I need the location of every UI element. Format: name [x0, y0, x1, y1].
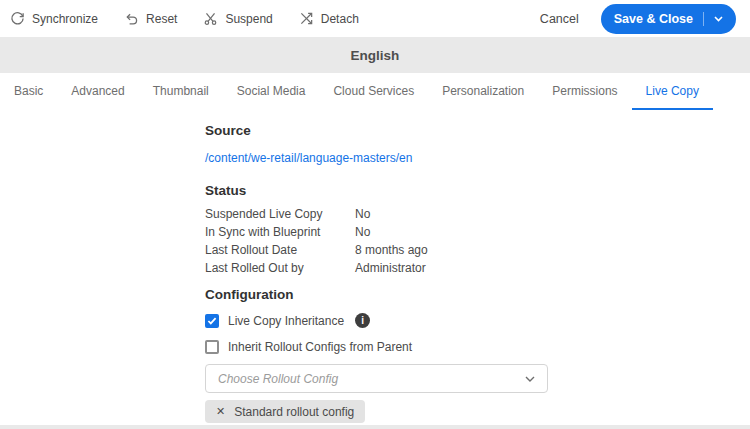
tab-social-media[interactable]: Social Media [223, 73, 320, 110]
synchronize-button[interactable]: Synchronize [10, 11, 98, 26]
chevron-down-icon [525, 376, 535, 382]
suspend-label: Suspend [225, 12, 272, 26]
info-icon[interactable]: i [355, 313, 370, 328]
status-label: Last Rolled Out by [205, 261, 355, 275]
page-header: English [0, 37, 750, 73]
tab-advanced[interactable]: Advanced [57, 73, 138, 110]
page-title: English [351, 48, 400, 63]
live-copy-panel: Source /content/we-retail/language-maste… [0, 110, 750, 423]
chevron-down-icon[interactable] [714, 16, 723, 22]
toolbar-right-group: Cancel Save & Close [540, 4, 736, 34]
source-heading: Source [205, 123, 750, 139]
tab-cloud-services[interactable]: Cloud Services [319, 73, 428, 110]
tab-basic[interactable]: Basic [0, 73, 57, 110]
status-label: Suspended Live Copy [205, 207, 355, 221]
remove-tag-icon[interactable]: ✕ [216, 406, 225, 417]
save-close-label: Save & Close [614, 12, 693, 26]
status-row: Suspended Live Copy No [205, 207, 750, 221]
inherit-rollout-configs-row: Inherit Rollout Configs from Parent [205, 340, 750, 354]
source-path-link[interactable]: /content/we-retail/language-masters/en [205, 151, 750, 165]
detach-label: Detach [321, 12, 359, 26]
bottom-edge-divider [0, 425, 750, 429]
rollout-config-select[interactable]: Choose Rollout Config [205, 364, 548, 393]
live-copy-inheritance-checkbox[interactable] [205, 314, 219, 328]
status-value: Administrator [355, 261, 426, 275]
status-value: No [355, 207, 370, 221]
synchronize-label: Synchronize [32, 12, 98, 26]
reset-label: Reset [146, 12, 177, 26]
cancel-button[interactable]: Cancel [540, 12, 579, 26]
live-copy-inheritance-row: Live Copy Inheritance i [205, 313, 750, 328]
inherit-rollout-configs-checkbox[interactable] [205, 340, 219, 354]
reset-button[interactable]: Reset [124, 11, 177, 26]
rollout-config-placeholder: Choose Rollout Config [218, 372, 338, 386]
tab-thumbnail[interactable]: Thumbnail [139, 73, 223, 110]
rollout-config-tag: ✕ Standard rollout config [205, 400, 365, 423]
status-row: Last Rollout Date 8 months ago [205, 243, 750, 257]
live-copy-inheritance-label: Live Copy Inheritance [228, 314, 344, 328]
tab-live-copy[interactable]: Live Copy [632, 73, 713, 110]
suspend-icon [203, 11, 218, 26]
status-heading: Status [205, 183, 750, 199]
status-label: In Sync with Blueprint [205, 225, 355, 239]
configuration-heading: Configuration [205, 287, 750, 303]
tab-permissions[interactable]: Permissions [538, 73, 631, 110]
status-row: In Sync with Blueprint No [205, 225, 750, 239]
save-close-button[interactable]: Save & Close [601, 4, 736, 34]
tab-bar: Basic Advanced Thumbnail Social Media Cl… [0, 73, 750, 110]
detach-icon [299, 11, 314, 26]
inherit-rollout-configs-label: Inherit Rollout Configs from Parent [228, 340, 412, 354]
save-button-divider [703, 12, 704, 26]
status-label: Last Rollout Date [205, 243, 355, 257]
status-value: No [355, 225, 370, 239]
tab-personalization[interactable]: Personalization [428, 73, 538, 110]
status-row: Last Rolled Out by Administrator [205, 261, 750, 275]
suspend-button[interactable]: Suspend [203, 11, 272, 26]
status-value: 8 months ago [355, 243, 428, 257]
tag-label: Standard rollout config [234, 405, 354, 419]
action-toolbar: Synchronize Reset Suspend [0, 0, 750, 37]
detach-button[interactable]: Detach [299, 11, 359, 26]
reset-icon [124, 11, 139, 26]
synchronize-icon [10, 11, 25, 26]
